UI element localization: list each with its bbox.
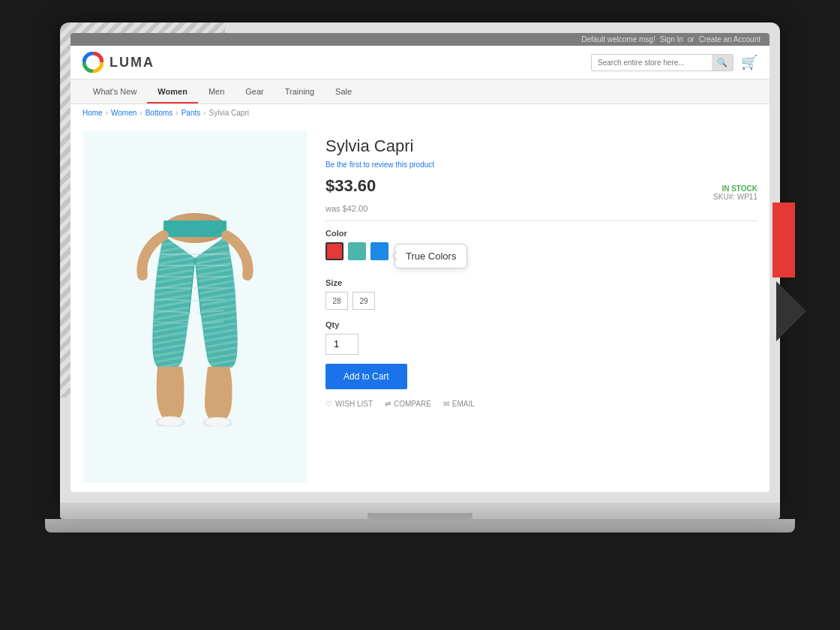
nav-item-women[interactable]: Women [147, 80, 198, 104]
size-btn-29[interactable]: 29 [352, 292, 375, 310]
qty-input[interactable] [326, 334, 358, 355]
or-separator: or [688, 35, 694, 44]
breadcrumb-bottoms[interactable]: Bottoms [146, 109, 173, 117]
compare-label: COMPARE [394, 400, 431, 408]
cart-icon[interactable]: 🛒 [741, 54, 758, 70]
stock-info: IN STOCK SKU#: WP11 [713, 184, 758, 201]
sku-info: SKU#: WP11 [713, 193, 758, 201]
logo-text: LUMA [110, 55, 154, 70]
tooltip-text: True Colors [406, 250, 456, 262]
breadcrumb-pants[interactable]: Pants [182, 109, 201, 117]
color-swatches [326, 242, 388, 260]
color-option-row: True Colors [326, 242, 758, 269]
laptop-foot [45, 519, 795, 532]
main-nav: What's New Women Men Gear Training Sale [70, 80, 770, 104]
create-account-link[interactable]: Create an Account [699, 35, 760, 44]
breadcrumb: Home › Women › Bottoms › Pants › Sylvia … [70, 104, 770, 122]
add-to-cart-button[interactable]: Add to Cart [326, 364, 407, 389]
color-swatch-red[interactable] [326, 242, 344, 260]
nav-item-gear[interactable]: Gear [235, 80, 274, 104]
sku-label: SKU#: [713, 193, 735, 201]
product-title: Sylvia Capri [326, 136, 758, 156]
browser-screen: Default welcome msg! Sign In or Create a… [70, 33, 770, 492]
email-label: EMAIL [452, 400, 475, 408]
laptop-base [60, 502, 780, 519]
review-link[interactable]: Be the first to review this product [326, 160, 758, 169]
logo-area: LUMA [82, 52, 154, 73]
breadcrumb-sep-3: › [176, 109, 178, 117]
screen-frame: Default welcome msg! Sign In or Create a… [60, 22, 780, 502]
breadcrumb-sep-2: › [140, 109, 142, 117]
red-accent-decoration [772, 202, 795, 278]
product-image-area [82, 130, 308, 483]
wishlist-label: WISH LIST [335, 400, 373, 408]
size-label: Size [326, 278, 758, 287]
product-details: Sylvia Capri Be the first to review this… [326, 130, 758, 483]
compare-link[interactable]: ⇌ COMPARE [385, 400, 431, 408]
product-image [98, 187, 292, 427]
action-links: ♡ WISH LIST ⇌ COMPARE ✉ EMAIL [326, 400, 758, 408]
add-to-cart-label: Add to Cart [344, 371, 389, 382]
laptop-frame: Default welcome msg! Sign In or Create a… [45, 22, 795, 608]
product-svg [98, 187, 292, 427]
color-tooltip: True Colors [394, 244, 467, 268]
search-input[interactable] [592, 56, 712, 70]
qty-label: Qty [326, 320, 758, 329]
svg-point-18 [158, 417, 182, 426]
search-button[interactable]: 🔍 [712, 55, 733, 70]
breadcrumb-women[interactable]: Women [111, 109, 136, 117]
dark-shape-decoration [776, 281, 806, 341]
site-wrapper: Default welcome msg! Sign In or Create a… [70, 33, 770, 492]
size-btn-28[interactable]: 28 [326, 292, 348, 310]
nav-item-whatsnew[interactable]: What's New [82, 80, 147, 104]
was-price: was $42.00 [326, 204, 758, 213]
stock-status: IN STOCK [713, 184, 758, 193]
nav-item-sale[interactable]: Sale [325, 80, 362, 104]
breadcrumb-home[interactable]: Home [82, 109, 103, 117]
heart-icon: ♡ [326, 400, 332, 408]
email-link[interactable]: ✉ EMAIL [443, 400, 475, 408]
nav-item-training[interactable]: Training [274, 80, 325, 104]
svg-point-20 [206, 418, 230, 427]
email-icon: ✉ [443, 400, 449, 408]
breadcrumb-sep-4: › [203, 109, 206, 117]
welcome-message: Default welcome msg! [581, 35, 655, 44]
wishlist-link[interactable]: ♡ WISH LIST [326, 400, 373, 408]
breadcrumb-sep-1: › [106, 109, 108, 117]
luma-logo-icon [82, 52, 104, 73]
signin-link[interactable]: Sign In [660, 35, 683, 44]
nav-item-men[interactable]: Men [198, 80, 235, 104]
top-bar: Default welcome msg! Sign In or Create a… [70, 33, 770, 46]
color-label: Color [326, 229, 758, 238]
breadcrumb-current: Sylvia Capri [209, 109, 249, 117]
product-price: $33.60 [326, 176, 376, 196]
size-options: 28 29 [326, 292, 758, 310]
main-content: Sylvia Capri Be the first to review this… [70, 122, 770, 492]
color-swatch-blue[interactable] [370, 242, 388, 260]
search-area: 🔍 [591, 54, 734, 71]
sku-value: WP11 [737, 193, 758, 201]
compare-icon: ⇌ [385, 400, 391, 408]
svg-rect-4 [164, 220, 226, 237]
tooltip-wrapper: True Colors [394, 244, 467, 268]
color-swatch-teal[interactable] [348, 242, 366, 260]
divider-1 [326, 220, 758, 221]
site-header: LUMA 🔍 🛒 [70, 46, 770, 80]
price-row: $33.60 IN STOCK SKU#: WP11 [326, 176, 758, 201]
